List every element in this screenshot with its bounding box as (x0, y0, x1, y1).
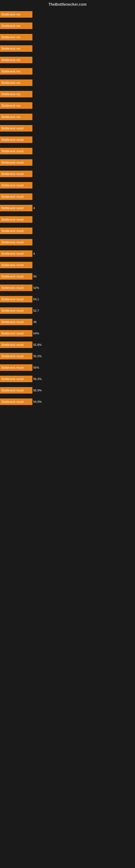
bar-label: Bottleneck res (0, 91, 32, 97)
bar-value-container: 56.4% (32, 376, 42, 382)
bar-row: Bottleneck result (0, 216, 135, 223)
bar-value-container: 52.7 (32, 307, 39, 314)
bar-value-text: 55.2% (32, 354, 42, 358)
bar-value-text: 54% (32, 332, 39, 335)
bar-label: Bottleneck result (0, 319, 32, 325)
bar-row: Bottleneck result (0, 136, 135, 144)
bar-label: Bottleneck res (0, 80, 32, 86)
bar-label: Bottleneck result (0, 227, 32, 234)
bar-row: Bottleneck res (0, 22, 135, 30)
bar-row: Bottleneck result (0, 147, 135, 155)
bar-row: Bottleneck result55.8% (0, 341, 135, 348)
bar-row: Bottleneck result50 (0, 273, 135, 280)
bar-row: Bottleneck result (0, 227, 135, 235)
bar-value-text: 52% (32, 286, 39, 289)
bar-row: Bottleneck result55.2% (0, 352, 135, 360)
bar-row: Bottleneck result52% (0, 284, 135, 291)
site-title: TheBottlenecker.com (0, 0, 135, 8)
bar-row: Bottleneck result (0, 239, 135, 246)
bar-label: Bottleneck result (0, 148, 32, 154)
bar-label: Bottleneck result (0, 387, 32, 394)
bar-row: Bottleneck res (0, 67, 135, 75)
bar-label: Bottleneck result (0, 330, 32, 337)
bar-label: Bottleneck res (0, 34, 32, 40)
bar-row: Bottleneck res (0, 90, 135, 98)
bar-value-container: 56% (32, 364, 39, 371)
bar-row: Bottleneck result (0, 124, 135, 132)
bar-row: Bottleneck res (0, 102, 135, 109)
bar-value-container: 49 (32, 319, 37, 325)
bar-value-text: 54.9% (32, 400, 42, 403)
bar-label: Bottleneck result (0, 170, 32, 177)
bar-row: Bottleneck result52.7 (0, 307, 135, 314)
bar-label: Bottleneck result (0, 307, 32, 314)
bar-label: Bottleneck result (0, 273, 32, 280)
bar-value-container: 50 (32, 273, 37, 280)
bar-row: Bottleneck result49 (0, 318, 135, 326)
bar-row: Bottleneck result54% (0, 330, 135, 337)
bar-label: Bottleneck result (0, 182, 32, 188)
bar-label: Bottleneck res (0, 11, 32, 18)
bar-label: Bottleneck result (0, 296, 32, 303)
bar-value-text: 4 (32, 207, 35, 210)
bar-value-text: 56% (32, 366, 39, 369)
bar-value-container: 56.9% (32, 387, 42, 394)
bar-row: Bottleneck result (0, 159, 135, 166)
bar-value-text: 52.7 (32, 309, 39, 312)
bar-row: Bottleneck res (0, 45, 135, 52)
bar-value-text: 56.4% (32, 377, 42, 380)
bar-value-text: 49 (32, 320, 37, 323)
bar-row: Bottleneck result56% (0, 364, 135, 371)
bar-label: Bottleneck result (0, 284, 32, 291)
bar-value-container: 52% (32, 284, 39, 291)
bar-value-text: 55.8% (32, 343, 42, 346)
bar-label: Bottleneck result (0, 341, 32, 348)
bar-label: Bottleneck res (0, 57, 32, 63)
bar-label: Bottleneck res (0, 23, 32, 29)
bar-label: Bottleneck res (0, 68, 32, 74)
bar-label: Bottleneck result (0, 125, 32, 131)
bar-row: Bottleneck result (0, 170, 135, 178)
bar-row: Bottleneck res (0, 56, 135, 64)
bar-row: Bottleneck result56.9% (0, 386, 135, 394)
bar-label: Bottleneck result (0, 216, 32, 223)
bars-container: Bottleneck resBottleneck resBottleneck r… (0, 8, 135, 405)
bar-label: Bottleneck result (0, 353, 32, 360)
bar-label: Bottleneck result (0, 193, 32, 200)
bar-label: Bottleneck res (0, 45, 32, 52)
bar-value-text: 54.1 (32, 298, 39, 301)
bar-row: Bottleneck result (0, 261, 135, 269)
bar-value-container: 4 (32, 205, 35, 211)
bar-row: Bottleneck result54.1 (0, 296, 135, 303)
bar-value-container: 55.8% (32, 341, 42, 348)
bar-label: Bottleneck result (0, 376, 32, 382)
bar-label: Bottleneck result (0, 159, 32, 166)
bar-value-container: 54.9% (32, 399, 42, 405)
bar-label: Bottleneck res (0, 114, 32, 120)
header: TheBottlenecker.com (0, 0, 135, 8)
bar-row: Bottleneck res (0, 33, 135, 41)
bar-label: Bottleneck result (0, 205, 32, 211)
bar-value-text: 4 (32, 252, 35, 255)
bar-label: Bottleneck res (0, 102, 32, 109)
bar-row: Bottleneck res (0, 113, 135, 121)
bar-value-container: 4 (32, 250, 35, 257)
bar-row: Bottleneck result4 (0, 250, 135, 257)
bar-label: Bottleneck result (0, 364, 32, 371)
bar-value-container: 54.1 (32, 296, 39, 303)
bar-value-text: 56.9% (32, 389, 42, 392)
bar-row: Bottleneck result (0, 193, 135, 200)
bar-label: Bottleneck result (0, 250, 32, 257)
bar-row: Bottleneck result56.4% (0, 375, 135, 383)
bar-row: Bottleneck result4 (0, 204, 135, 212)
bar-value-container: 54% (32, 330, 39, 337)
bar-label: Bottleneck result (0, 136, 32, 143)
bar-value-container: 55.2% (32, 353, 42, 360)
bar-value-text: 50 (32, 275, 37, 278)
bar-label: Bottleneck result (0, 399, 32, 405)
bar-label: Bottleneck result (0, 239, 32, 246)
bar-row: Bottleneck res (0, 10, 135, 18)
bar-row: Bottleneck result54.9% (0, 398, 135, 405)
bar-label: Bottleneck result (0, 262, 32, 268)
bar-row: Bottleneck res (0, 79, 135, 87)
